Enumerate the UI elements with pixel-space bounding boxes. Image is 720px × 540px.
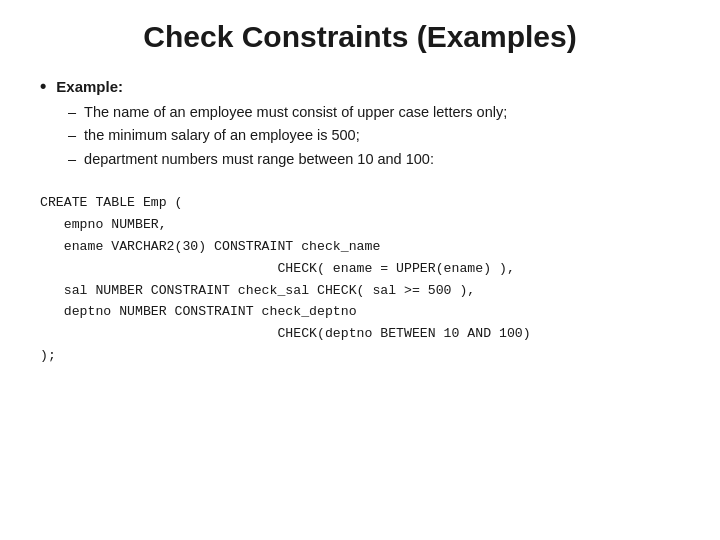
bullet-point: • — [40, 76, 46, 97]
dash-3: – — [68, 148, 76, 170]
code-block: CREATE TABLE Emp ( empno NUMBER, ename V… — [40, 192, 680, 366]
code-line-5: sal NUMBER CONSTRAINT check_sal CHECK( s… — [40, 280, 680, 302]
list-item: – the minimum salary of an employee is 5… — [68, 124, 680, 146]
list-item: – department numbers must range between … — [68, 148, 680, 170]
dash-1: – — [68, 101, 76, 123]
code-line-4: CHECK( ename = UPPER(ename) ), — [40, 258, 680, 280]
example-label: Example: — [56, 78, 123, 95]
page: Check Constraints (Examples) • Example: … — [0, 0, 720, 540]
bullet-text-3: department numbers must range between 10… — [84, 148, 434, 170]
bullet-text-2: the minimum salary of an employee is 500… — [84, 124, 360, 146]
code-line-2: empno NUMBER, — [40, 214, 680, 236]
code-line-1: CREATE TABLE Emp ( — [40, 192, 680, 214]
page-title: Check Constraints (Examples) — [40, 20, 680, 54]
list-item: – The name of an employee must consist o… — [68, 101, 680, 123]
code-line-3: ename VARCHAR2(30) CONSTRAINT check_name — [40, 236, 680, 258]
example-header: • Example: — [40, 76, 680, 97]
bullet-list: – The name of an employee must consist o… — [68, 101, 680, 170]
code-line-8: ); — [40, 345, 680, 367]
bullet-text-1: The name of an employee must consist of … — [84, 101, 507, 123]
code-line-6: deptno NUMBER CONSTRAINT check_deptno — [40, 301, 680, 323]
code-line-7: CHECK(deptno BETWEEN 10 AND 100) — [40, 323, 680, 345]
dash-2: – — [68, 124, 76, 146]
main-content: • Example: – The name of an employee mus… — [40, 76, 680, 367]
